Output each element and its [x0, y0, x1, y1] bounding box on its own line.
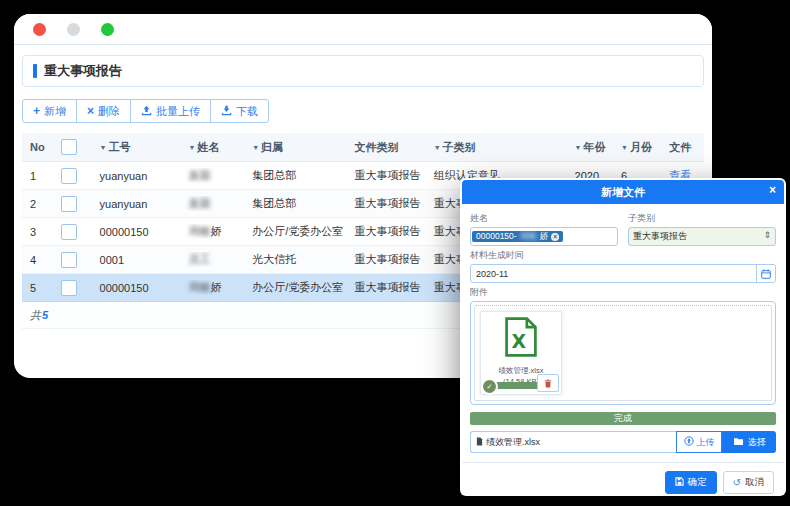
choose-file-button[interactable]: 选择	[722, 431, 776, 453]
cell-category: 重大事项报告	[352, 224, 431, 239]
svg-text:X: X	[511, 330, 526, 352]
delete-button[interactable]: × 删除	[76, 99, 131, 123]
col-file: 文件	[667, 140, 704, 155]
col-no: No	[22, 141, 59, 153]
traffic-light-close[interactable]	[33, 23, 46, 36]
total-count: 5	[42, 309, 48, 321]
cell-category: 重大事项报告	[352, 252, 431, 267]
folder-icon	[733, 437, 744, 448]
cell-no: 1	[22, 170, 59, 182]
download-button[interactable]: 下载	[210, 99, 269, 123]
toolbar: + 新增 × 删除 批量上传 下载	[22, 99, 704, 123]
close-icon[interactable]: ×	[769, 184, 776, 196]
select-all-checkbox[interactable]	[61, 139, 77, 155]
cell-name: 袁圆	[186, 168, 250, 183]
cell-name: 周晓娇	[186, 224, 250, 239]
file-path-input[interactable]: 绩效管理.xlsx	[470, 431, 676, 453]
cell-org: 办公厅/党委办公室	[250, 224, 352, 239]
cell-name: 袁圆	[186, 196, 250, 211]
save-icon	[675, 477, 684, 488]
cell-org: 集团总部	[250, 168, 352, 183]
col-subcategory[interactable]: ▼子类别	[432, 140, 573, 155]
page-title: 重大事项报告	[44, 62, 122, 80]
cell-employee-id: 0001	[98, 254, 187, 266]
subcategory-label: 子类别	[628, 212, 776, 225]
trash-icon	[544, 379, 552, 388]
add-file-dialog: 新增文件 × 姓名 00000150-周晓娇 × 子类别 重	[460, 178, 786, 496]
cell-org: 光大信托	[250, 252, 352, 267]
undo-icon: ↺	[733, 478, 741, 488]
name-token: 00000150-周晓娇 ×	[472, 231, 563, 243]
col-org[interactable]: ▼归属	[250, 140, 352, 155]
filter-icon: ▼	[252, 144, 259, 151]
table-header-row: No ▼工号 ▼姓名 ▼归属 文件类别 ▼子类别 ▼年份 ▼月份 文件	[22, 133, 704, 162]
upload-icon	[141, 105, 152, 118]
traffic-light-minimize[interactable]	[67, 23, 80, 36]
confirm-button[interactable]: 确定	[665, 471, 717, 494]
row-checkbox[interactable]	[61, 196, 77, 212]
cell-employee-id: 00000150	[98, 282, 187, 294]
name-label: 姓名	[470, 212, 618, 225]
attachment-label: 附件	[470, 286, 776, 299]
col-file-category: 文件类别	[352, 140, 431, 155]
calendar-icon[interactable]	[756, 265, 775, 282]
cell-no: 3	[22, 226, 59, 238]
filter-icon: ▼	[575, 144, 582, 151]
check-icon: ✓	[481, 378, 498, 395]
page-title-box: 重大事项报告	[22, 55, 704, 87]
window-titlebar	[14, 14, 712, 45]
time-label: 材料生成时间	[470, 249, 776, 262]
col-month[interactable]: ▼月份	[619, 140, 667, 155]
cell-name: 周晓娇	[186, 280, 250, 295]
attachment-dropzone[interactable]: X 绩效管理.xlsx (14.58 KB) ✓	[470, 301, 776, 405]
filter-icon: ▼	[434, 144, 441, 151]
cell-org: 集团总部	[250, 196, 352, 211]
cancel-button[interactable]: ↺ 取消	[723, 471, 774, 494]
cell-no: 4	[22, 254, 59, 266]
dialog-title: 新增文件	[601, 185, 645, 200]
x-icon: ×	[87, 105, 94, 117]
cell-no: 5	[22, 282, 59, 294]
download-icon	[221, 105, 232, 118]
filter-icon: ▼	[100, 144, 107, 151]
row-checkbox[interactable]	[61, 224, 77, 240]
subcategory-select[interactable]: 重大事项报告 ⇕	[628, 227, 776, 246]
traffic-light-zoom[interactable]	[101, 23, 114, 36]
cell-employee-id: yuanyuan	[98, 198, 187, 210]
filter-icon: ▼	[188, 144, 195, 151]
upload-file-button[interactable]: 上传	[676, 431, 722, 453]
cell-employee-id: yuanyuan	[98, 170, 187, 182]
total-label: 共	[30, 308, 41, 323]
filter-icon: ▼	[621, 144, 628, 151]
token-remove-icon[interactable]: ×	[551, 233, 559, 241]
cell-category: 重大事项报告	[352, 280, 431, 295]
add-button[interactable]: + 新增	[22, 99, 77, 123]
cell-category: 重大事项报告	[352, 196, 431, 211]
circle-up-icon	[684, 436, 694, 448]
excel-file-icon: X	[503, 316, 539, 362]
uploaded-file-card[interactable]: X 绩效管理.xlsx (14.58 KB) ✓	[480, 311, 562, 395]
plus-icon: +	[33, 105, 40, 117]
cell-no: 2	[22, 198, 59, 210]
col-year[interactable]: ▼年份	[573, 140, 619, 155]
document-icon	[476, 437, 483, 448]
row-checkbox[interactable]	[61, 252, 77, 268]
dialog-header[interactable]: 新增文件 ×	[462, 180, 784, 204]
row-checkbox[interactable]	[61, 168, 77, 184]
cell-category: 重大事项报告	[352, 168, 431, 183]
row-checkbox[interactable]	[61, 280, 77, 296]
title-accent-bar	[33, 64, 37, 78]
batch-upload-button[interactable]: 批量上传	[130, 99, 211, 123]
upload-progress-bar: 完成	[470, 412, 776, 425]
col-employee-id[interactable]: ▼工号	[98, 140, 187, 155]
cell-employee-id: 00000150	[98, 226, 187, 238]
name-input[interactable]: 00000150-周晓娇 ×	[470, 227, 618, 246]
cell-org: 办公厅/党委办公室	[250, 280, 352, 295]
col-name[interactable]: ▼姓名	[186, 140, 250, 155]
cell-name: 员工	[186, 252, 250, 267]
delete-file-button[interactable]	[537, 374, 559, 392]
select-arrows-icon: ⇕	[763, 230, 771, 240]
time-input[interactable]: 2020-11	[470, 264, 776, 283]
